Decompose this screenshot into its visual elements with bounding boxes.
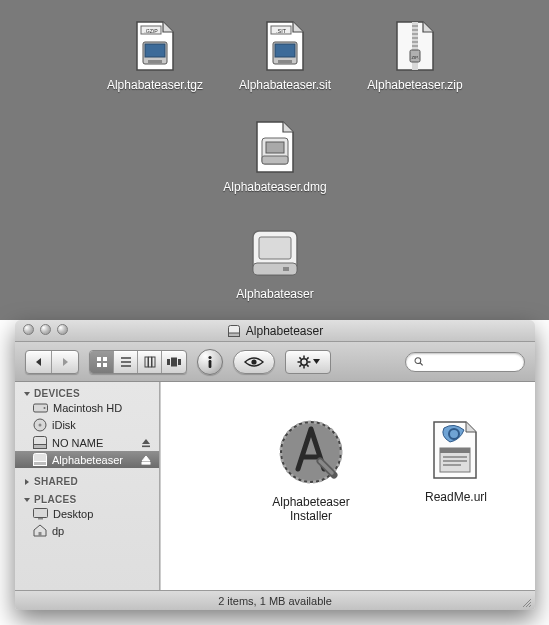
desktop-volume[interactable]: Alphabateaser	[215, 225, 335, 301]
desktop-file-tgz[interactable]: .GZiP Alphabateaser.tgz	[95, 20, 215, 92]
search-input[interactable]	[428, 356, 516, 368]
eject-icon[interactable]	[141, 455, 151, 465]
column-view-button[interactable]	[138, 351, 162, 373]
svg-rect-74	[443, 464, 461, 466]
desktop: .GZiP Alphabateaser.tgz .SIT Alphabateas…	[0, 0, 549, 320]
back-button[interactable]	[26, 351, 52, 373]
zoom-button[interactable]	[57, 324, 68, 335]
svg-rect-24	[283, 267, 289, 271]
svg-rect-37	[167, 359, 170, 365]
nav-buttons	[25, 350, 79, 374]
sidebar-item-macintosh-hd[interactable]: Macintosh HD	[15, 400, 159, 416]
close-button[interactable]	[23, 324, 34, 335]
svg-rect-29	[97, 363, 101, 367]
desktop-file-dmg[interactable]: Alphabateaser.dmg	[215, 120, 335, 194]
sidebar-item-label: iDisk	[52, 419, 76, 431]
action-menu-button[interactable]	[285, 350, 331, 374]
svg-rect-66	[39, 532, 42, 536]
desktop-file-sit[interactable]: .SIT Alphabateaser.sit	[225, 20, 345, 92]
svg-rect-64	[34, 509, 48, 518]
content-pane[interactable]: Alphabeteaser Installer	[160, 382, 535, 590]
titlebar[interactable]: Alphabeteaser	[15, 320, 535, 342]
sidebar-item-desktop[interactable]: Desktop	[15, 506, 159, 522]
svg-line-49	[306, 364, 308, 366]
sidebar-section-shared[interactable]: SHARED	[15, 474, 159, 488]
minimize-button[interactable]	[40, 324, 51, 335]
home-icon	[33, 524, 47, 537]
archive-sit-icon: .SIT	[263, 20, 307, 74]
desktop-file-label: Alphabateaser.dmg	[215, 180, 335, 194]
svg-rect-72	[443, 456, 467, 458]
svg-rect-23	[259, 237, 291, 259]
installer-app-icon	[276, 477, 346, 489]
svg-rect-63	[142, 462, 150, 464]
svg-point-55	[44, 407, 46, 409]
view-switcher	[89, 350, 187, 374]
svg-rect-38	[171, 357, 177, 366]
icon-view-button[interactable]	[90, 351, 114, 373]
search-field[interactable]	[405, 352, 525, 372]
sidebar-item-label: NO NAME	[52, 437, 103, 449]
status-text: 2 items, 1 MB available	[218, 595, 332, 607]
svg-rect-60	[142, 445, 150, 447]
svg-rect-22	[253, 263, 297, 275]
file-installer[interactable]: Alphabeteaser Installer	[251, 417, 371, 523]
sidebar-item-no-name[interactable]: NO NAME	[15, 434, 159, 451]
svg-rect-20	[266, 142, 284, 153]
svg-line-51	[299, 364, 301, 366]
list-view-button[interactable]	[114, 351, 138, 373]
quicklook-button[interactable]	[233, 350, 275, 374]
dmg-document-icon	[253, 120, 297, 176]
svg-point-40	[208, 355, 211, 358]
coverflow-view-button[interactable]	[162, 351, 186, 373]
svg-rect-3	[148, 60, 162, 63]
svg-rect-65	[38, 518, 43, 520]
sidebar-item-home[interactable]: dp	[15, 522, 159, 539]
file-readme[interactable]: ReadMe.url	[396, 420, 516, 504]
svg-rect-27	[97, 357, 101, 361]
desktop-file-label: Alphabateaser	[215, 287, 335, 301]
svg-rect-7	[275, 44, 295, 57]
sidebar-item-alphabeteaser[interactable]: Alphabeteaser	[15, 451, 159, 468]
desktop-icon	[33, 508, 48, 520]
eye-icon	[244, 356, 264, 368]
chevron-down-icon	[313, 359, 320, 364]
svg-point-42	[251, 359, 256, 364]
desktop-file-label: Alphabateaser.tgz	[95, 78, 215, 92]
disclosure-down-icon	[23, 496, 31, 504]
sidebar-item-label: dp	[52, 525, 64, 537]
svg-rect-30	[103, 363, 107, 367]
info-button[interactable]	[197, 349, 223, 375]
forward-button[interactable]	[52, 351, 78, 373]
sidebar-item-idisk[interactable]: iDisk	[15, 416, 159, 434]
file-label: Alphabeteaser Installer	[251, 495, 371, 523]
svg-line-53	[420, 363, 423, 366]
svg-rect-34	[145, 357, 148, 367]
section-label: PLACES	[34, 494, 76, 505]
volume-icon	[227, 324, 241, 338]
search-icon	[414, 356, 424, 367]
sidebar-section-places[interactable]: PLACES	[15, 492, 159, 506]
sidebar-section-devices[interactable]: DEVICES	[15, 386, 159, 400]
disclosure-down-icon	[23, 390, 31, 398]
svg-rect-28	[103, 357, 107, 361]
svg-point-52	[415, 358, 421, 364]
desktop-file-zip[interactable]: ZIP. Alphabeteaser.zip	[355, 20, 475, 92]
archive-gzip-icon: .GZiP	[133, 20, 177, 74]
eject-icon[interactable]	[141, 438, 151, 448]
svg-line-48	[299, 357, 301, 359]
resize-grip-icon[interactable]	[520, 596, 532, 608]
removable-disk-icon	[33, 436, 47, 449]
svg-text:.SIT: .SIT	[276, 28, 287, 34]
svg-line-77	[529, 605, 531, 607]
svg-rect-41	[209, 360, 212, 368]
sidebar-item-label: Desktop	[53, 508, 93, 520]
file-label: ReadMe.url	[396, 490, 516, 504]
sidebar: DEVICES Macintosh HD iDisk NO NAME Alpha…	[15, 382, 160, 590]
section-label: DEVICES	[34, 388, 80, 399]
svg-rect-36	[152, 357, 155, 367]
svg-rect-26	[228, 333, 239, 337]
window-title: Alphabeteaser	[227, 324, 323, 338]
svg-text:ZIP.: ZIP.	[411, 55, 418, 60]
volume-drive-icon	[247, 225, 303, 283]
